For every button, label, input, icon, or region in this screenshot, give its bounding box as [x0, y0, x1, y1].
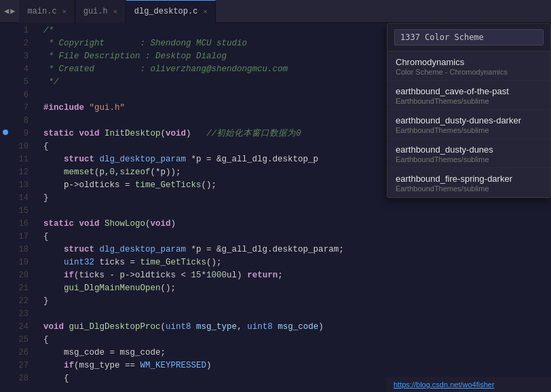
dropdown-item-earthbound-dusty-darker[interactable]: earthbound_dusty-dunes-darker Earthbound… [387, 110, 550, 139]
gutter-line-23: 23 [0, 308, 28, 321]
dropdown-list: Chromodynamics Color Scheme - Chromodyna… [387, 52, 550, 197]
code-area[interactable]: /* * Copyright : Shendong MCU studio * F… [34, 23, 551, 392]
gutter-line-15: 15 [0, 205, 28, 218]
gutter-line-10: 10 [0, 140, 28, 153]
gutter-line-3: 3 [0, 50, 28, 63]
nav-arrows[interactable]: ◀ ▶ [0, 6, 19, 16]
gutter-line-11: 11 [0, 153, 28, 166]
gutter-line-5: 5 [0, 76, 28, 89]
dropdown-item-title-earthbound-dusty: earthbound_dusty-dunes [396, 144, 542, 155]
gutter-line-12: 12 [0, 166, 28, 179]
tab-label-gui-h: gui.h [83, 7, 108, 16]
dropdown-item-earthbound-dusty[interactable]: earthbound_dusty-dunes EarthboundThemes/… [387, 139, 550, 168]
gutter-line-14: 14 [0, 192, 28, 205]
gutter-line-7: 7 [0, 102, 28, 115]
dropdown-item-earthbound-fire[interactable]: earthbound_fire-spring-darker Earthbound… [387, 168, 550, 197]
gutter-line-2: 2 [0, 37, 28, 50]
dropdown-item-sub-earthbound-dusty: EarthboundThemes/sublime [396, 155, 542, 163]
dropdown-item-chromodynamics[interactable]: Chromodynamics Color Scheme - Chromodyna… [387, 52, 550, 81]
dropdown-item-earthbound-cave[interactable]: earthbound_cave-of-the-past EarthboundTh… [387, 81, 550, 110]
gutter-line-9: 9 [0, 128, 28, 140]
status-bar: https://blog.csdn.net/wo4fisher [387, 377, 551, 392]
gutter-line-19: 19 [0, 256, 28, 269]
gutter-line-13: 13 [0, 179, 28, 192]
dropdown-item-title-earthbound-dusty-darker: earthbound_dusty-dunes-darker [396, 115, 542, 125]
gutter-line-17: 17 [0, 231, 28, 243]
dropdown-item-sub-earthbound-fire: EarthboundThemes/sublime [396, 184, 542, 193]
tab-close-main-c[interactable]: ✕ [62, 7, 66, 16]
dropdown-item-sub-earthbound-dusty-darker: EarthboundThemes/sublime [396, 126, 542, 134]
color-scheme-dropdown[interactable]: Chromodynamics Color Scheme - Chromodyna… [387, 23, 551, 198]
tab-main-c[interactable]: main.c ✕ [19, 0, 75, 23]
tab-dlg-desktop[interactable]: dlg_desktop.c ✕ [126, 0, 216, 23]
dropdown-item-sub-chromodynamics: Color Scheme - Chromodynamics [396, 68, 542, 76]
gutter-line-18: 18 [0, 243, 28, 256]
gutter-line-1: 1 [0, 24, 28, 37]
gutter-line-21: 21 [0, 282, 28, 295]
gutter-line-28: 28 [0, 372, 28, 385]
gutter-line-16: 16 [0, 218, 28, 231]
breakpoint-dot[interactable] [3, 130, 8, 135]
dropdown-item-sub-earthbound-cave: EarthboundThemes/sublime [396, 97, 542, 105]
gutter-line-24: 24 [0, 321, 28, 334]
color-scheme-search-input[interactable] [394, 29, 544, 45]
gutter-line-20: 20 [0, 269, 28, 282]
dropdown-item-title-earthbound-cave: earthbound_cave-of-the-past [396, 86, 542, 96]
dropdown-item-title-chromodynamics: Chromodynamics [396, 57, 542, 67]
tab-label-dlg-desktop: dlg_desktop.c [134, 7, 198, 16]
main-area: 1234567891011121314151617181920212223242… [0, 23, 551, 392]
tab-close-dlg-desktop[interactable]: ✕ [203, 7, 207, 16]
dropdown-search-container [387, 24, 550, 52]
gutter-line-4: 4 [0, 63, 28, 76]
gutter-line-8: 8 [0, 115, 28, 128]
gutter-line-27: 27 [0, 359, 28, 372]
line-gutter: 1234567891011121314151617181920212223242… [0, 23, 34, 392]
tab-gui-h[interactable]: gui.h ✕ [75, 0, 126, 23]
tab-bar: ◀ ▶ main.c ✕ gui.h ✕ dlg_desktop.c ✕ [0, 0, 551, 23]
gutter-line-22: 22 [0, 295, 28, 308]
status-url[interactable]: https://blog.csdn.net/wo4fisher [394, 380, 495, 389]
gutter-line-25: 25 [0, 334, 28, 347]
tab-close-gui-h[interactable]: ✕ [113, 7, 117, 16]
gutter-line-6: 6 [0, 89, 28, 102]
gutter-line-26: 26 [0, 347, 28, 359]
tab-label-main-c: main.c [27, 7, 56, 16]
dropdown-item-title-earthbound-fire: earthbound_fire-spring-darker [396, 174, 542, 184]
